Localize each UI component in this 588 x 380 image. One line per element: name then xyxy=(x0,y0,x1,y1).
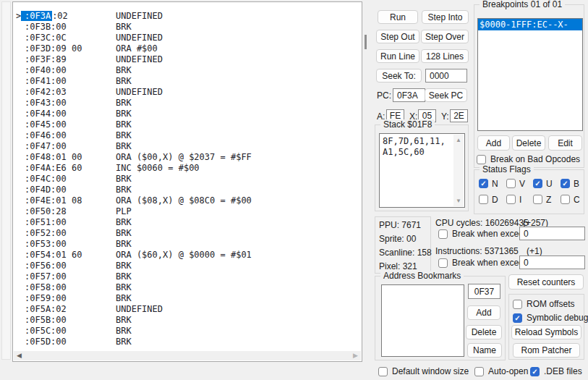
disasm-line[interactable]: :0F51:00BRK xyxy=(16,217,359,228)
break-cycles-checkbox[interactable] xyxy=(438,229,448,239)
run-line-button[interactable]: Run Line xyxy=(376,49,419,63)
disasm-line[interactable]: :0F3C:0CUNDEFINED xyxy=(16,33,359,43)
break-instructions-input[interactable]: 0 xyxy=(519,256,585,269)
disasm-instruction: BRK xyxy=(116,228,132,238)
flag-checkbox-b[interactable] xyxy=(561,179,570,188)
scroll-down-icon[interactable]: ▼ xyxy=(456,198,461,204)
ppu-row: Scanline: 158 xyxy=(379,246,432,260)
run-button[interactable]: Run xyxy=(378,10,418,24)
flag-checkbox-u[interactable] xyxy=(533,179,542,188)
scroll-left-icon[interactable]: ◀ xyxy=(17,351,22,360)
disasm-instruction: BRK xyxy=(116,119,132,130)
bookmarks-listbox[interactable] xyxy=(381,284,464,357)
seek-to-input[interactable]: 0000 xyxy=(425,69,467,83)
disasm-line[interactable]: >:0F3A:02UNDEFINED xyxy=(16,11,359,22)
breakpoint-edit-button[interactable]: Edit xyxy=(548,135,582,151)
disasm-line[interactable]: :0F47:00BRK xyxy=(16,141,359,152)
current-line-marker xyxy=(16,174,25,185)
pc-input[interactable]: 0F3A xyxy=(393,88,425,102)
disasm-vscroll-thumb[interactable] xyxy=(365,35,367,49)
disasm-instruction: BRK xyxy=(116,261,132,271)
disasm-line[interactable]: :0F4D:00BRK xyxy=(16,185,359,195)
bookmark-address-input[interactable]: 0F37 xyxy=(468,284,500,299)
disasm-line[interactable]: :0F3D:09 00ORA #$00 xyxy=(16,43,359,54)
disassembly-panel[interactable]: >:0F3A:02UNDEFINED :0F3B:00BRK :0F3C:0CU… xyxy=(12,1,362,362)
step-into-button[interactable]: Step Into xyxy=(422,10,469,24)
flag-checkbox-n[interactable] xyxy=(479,179,488,188)
rom-patcher-button[interactable]: Rom Patcher xyxy=(513,343,580,358)
flag-checkbox-c[interactable] xyxy=(561,195,570,204)
disasm-address: :0F3B:00 xyxy=(25,22,116,33)
disasm-line[interactable]: :0F5A:02UNDEFINED xyxy=(16,304,359,315)
flag-checkbox-z[interactable] xyxy=(533,195,542,204)
disasm-address: :0F52:00 xyxy=(25,228,116,239)
reg-y-label: Y: xyxy=(441,111,449,122)
disasm-line[interactable]: :0F56:00BRK xyxy=(16,261,359,271)
break-cycles-input[interactable]: 0 xyxy=(519,227,585,240)
disasm-instruction: BRK xyxy=(116,130,132,140)
disasm-line[interactable]: :0F5D:00BRK xyxy=(16,337,359,347)
breakpoint-delete-button[interactable]: Delete xyxy=(512,135,545,151)
disasm-instruction: BRK xyxy=(116,239,132,249)
disasm-line[interactable]: :0F53:00BRK xyxy=(16,239,359,250)
stack-listbox[interactable]: 8F,7D,61,11,A1,5C,60 ▲ ▼ xyxy=(379,133,465,208)
disasm-address: :0F46:00 xyxy=(25,130,116,141)
reload-symbols-button[interactable]: Reload Symbols xyxy=(511,325,581,339)
reg-y-input[interactable]: 2E xyxy=(450,109,468,122)
breakpoint-add-button[interactable]: Add xyxy=(477,135,510,151)
disasm-line[interactable]: :0F42:03UNDEFINED xyxy=(16,87,359,98)
flag-checkbox-d[interactable] xyxy=(479,195,488,204)
disasm-instruction: BRK xyxy=(116,65,132,75)
disasm-line[interactable]: :0F57:00BRK xyxy=(16,271,359,282)
scroll-right-icon[interactable]: ▶ xyxy=(353,351,358,360)
disasm-line[interactable]: :0F3F:89UNDEFINED xyxy=(16,54,359,65)
break-bad-opcodes-checkbox[interactable] xyxy=(477,155,486,164)
symbolic-debug-checkbox[interactable] xyxy=(513,313,522,323)
disasm-line[interactable]: :0F4C:00BRK xyxy=(16,174,359,185)
step-over-button[interactable]: Step Over xyxy=(421,30,469,43)
breakpoints-listbox[interactable]: $0000-1FFF:EC--X- xyxy=(477,18,583,131)
scroll-up-icon[interactable]: ▲ xyxy=(456,137,461,143)
disasm-line[interactable]: :0F46:00BRK xyxy=(16,130,359,141)
disasm-line[interactable]: :0F58:00BRK xyxy=(16,282,359,293)
disasm-address: :0F3A:02 xyxy=(25,11,116,22)
default-window-size-checkbox[interactable] xyxy=(378,367,388,376)
flag-checkbox-v[interactable] xyxy=(506,179,516,188)
bookmark-add-button[interactable]: Add xyxy=(467,305,500,320)
seek-pc-button[interactable]: Seek PC xyxy=(425,88,467,102)
disasm-line[interactable]: :0F48:01 00ORA ($00,X) @ $2037 = #$FF xyxy=(16,152,359,163)
pc-label: PC: xyxy=(377,90,391,101)
disasm-line[interactable]: :0F3B:00BRK xyxy=(16,22,359,33)
disasm-line[interactable]: :0F54:01 60ORA ($60,X) @ $0000 = #$01 xyxy=(16,250,359,261)
break-instructions-checkbox[interactable] xyxy=(438,258,448,268)
disasm-line[interactable]: :0F5B:00BRK xyxy=(16,315,359,326)
disasm-instruction: BRK xyxy=(116,185,132,195)
disasm-line[interactable]: :0F52:00BRK xyxy=(16,228,359,239)
step-out-button[interactable]: Step Out xyxy=(376,30,419,43)
disasm-line[interactable]: :0F50:28PLP xyxy=(16,206,359,217)
seek-to-button[interactable]: Seek To: xyxy=(376,69,422,83)
bookmark-name-button[interactable]: Name xyxy=(467,343,502,358)
address-bookmarks-group: Address Bookmarks 0F37 Add Delete Name xyxy=(375,276,506,360)
flag-checkbox-i[interactable] xyxy=(506,195,516,204)
reset-counters-button[interactable]: Reset counters xyxy=(508,274,584,290)
disasm-line[interactable]: :0F59:00BRK xyxy=(16,293,359,304)
disasm-line[interactable]: :0F5C:00BRK xyxy=(16,326,359,337)
breakpoint-item[interactable]: $0000-1FFF:EC--X- xyxy=(478,19,582,30)
rom-offsets-checkbox[interactable] xyxy=(513,300,522,309)
run-128-lines-button[interactable]: 128 Lines xyxy=(421,49,469,63)
disasm-address: :0F59:00 xyxy=(25,293,116,304)
disasm-line[interactable]: :0F40:00BRK xyxy=(16,65,359,76)
disasm-line[interactable]: :0F45:00BRK xyxy=(16,119,359,130)
disasm-line[interactable]: :0F4E:01 08ORA ($08,X) @ $08C0 = #$00 xyxy=(16,195,359,206)
disasm-line[interactable]: :0F43:00BRK xyxy=(16,98,359,109)
stack-scrollbar[interactable]: ▲ ▼ xyxy=(453,135,464,206)
deb-files-checkbox[interactable] xyxy=(530,367,540,376)
auto-open-checkbox[interactable] xyxy=(474,367,484,376)
disasm-horizontal-scrollbar[interactable]: ◀ ▶ xyxy=(14,351,361,360)
disasm-line[interactable]: :0F41:00BRK xyxy=(16,76,359,87)
disasm-line[interactable]: :0F4A:E6 60INC $0060 = #$00 xyxy=(16,163,359,174)
bookmark-delete-button[interactable]: Delete xyxy=(466,325,502,339)
auto-open-label: Auto-open xyxy=(488,366,528,376)
disasm-line[interactable]: :0F44:00BRK xyxy=(16,109,359,119)
